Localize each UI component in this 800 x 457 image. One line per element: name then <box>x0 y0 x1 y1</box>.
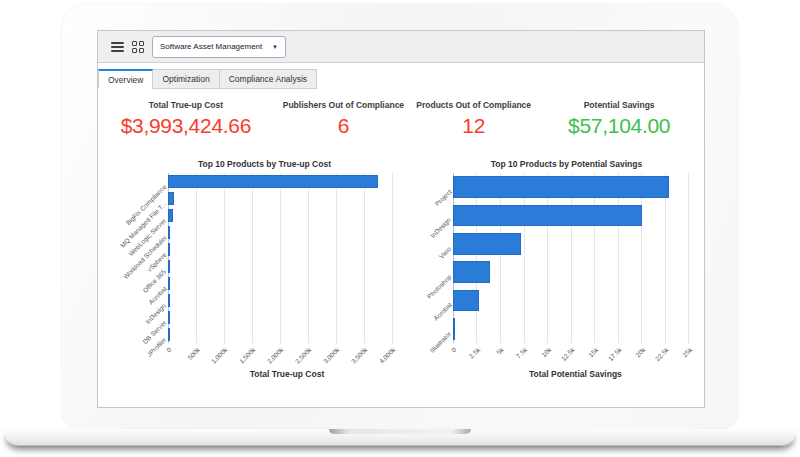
x-axis-title: Total True-up Cost <box>168 369 406 379</box>
x-tick-label: 5k <box>495 346 505 356</box>
x-tick-label: 7.5k <box>515 346 529 360</box>
kpi-label: Publishers Out of Compliance <box>274 100 413 110</box>
x-tick-label: 20k <box>634 346 646 358</box>
dashboard-select[interactable]: Software Asset Management ▼ <box>152 36 286 58</box>
kpi-label: Products Out of Compliance <box>413 100 534 110</box>
x-tick-label: 10k <box>540 346 552 358</box>
x-tick-label: 2,500k <box>294 346 313 365</box>
kpi-total-true-up-cost[interactable]: Total True-up Cost $3,993,424.66 <box>98 95 274 153</box>
hamburger-bar <box>111 42 124 44</box>
tab-optimization[interactable]: Optimization <box>153 69 219 89</box>
bar-illustrator[interactable] <box>453 318 455 340</box>
bar-vsphere[interactable] <box>168 243 170 256</box>
x-tick-label: 2.5k <box>468 346 482 360</box>
category-label: Visio <box>438 245 453 260</box>
bar-visio[interactable] <box>453 233 521 255</box>
bar-project[interactable] <box>453 176 669 198</box>
category-label: Project <box>433 188 452 207</box>
x-tick-label: 3,500k <box>350 346 369 365</box>
bar-mq-managed-file-t-[interactable] <box>168 192 174 205</box>
kpi-products-out-of-compliance[interactable]: Products Out of Compliance 12 <box>413 95 534 153</box>
category-label: Illustrator <box>429 330 453 354</box>
chart-row: Project <box>453 173 698 201</box>
laptop-screen: Software Asset Management ▼ Overview Opt… <box>62 4 738 429</box>
bar-photoshop[interactable] <box>453 261 490 283</box>
chart-row: Acrobat <box>453 286 698 314</box>
x-tick-label: 17.5k <box>607 346 623 362</box>
laptop-mockup: Software Asset Management ▼ Overview Opt… <box>0 0 800 457</box>
chart-true-up-cost: Top 10 Products by True-up Cost BigFix C… <box>100 157 429 407</box>
chart-row: Office 365 <box>168 258 406 275</box>
bar-indesign[interactable] <box>453 205 642 227</box>
x-tick-label: 25k <box>681 346 693 358</box>
tab-overview[interactable]: Overview <box>98 69 153 89</box>
kpi-value: $3,993,424.66 <box>98 114 274 138</box>
hamburger-bar <box>111 46 124 48</box>
chart-row: Acrobat <box>168 275 406 292</box>
x-axis-ticks: 0500k1,000k1,500k2,000k2,500k3,000k3,500… <box>168 343 406 368</box>
bar-jprofiler[interactable] <box>168 328 170 341</box>
bar-acrobat[interactable] <box>453 290 479 312</box>
tab-compliance-analysis[interactable]: Compliance Analysis <box>220 69 317 89</box>
hamburger-menu-icon[interactable] <box>111 42 124 52</box>
kpi-label: Total True-up Cost <box>98 100 274 110</box>
chart-row: InDesign <box>453 201 698 229</box>
app-header: Software Asset Management ▼ <box>98 31 704 63</box>
x-tick-label: 22.5k <box>654 346 670 362</box>
x-tick-label: 12.5k <box>559 346 575 362</box>
chart-potential-savings: Top 10 Products by Potential Savings Pro… <box>429 157 704 407</box>
category-label: Photoshop <box>425 273 452 300</box>
chart-title: Top 10 Products by Potential Savings <box>429 157 704 173</box>
x-tick-label: 500k <box>186 346 201 361</box>
kpi-value: 6 <box>274 114 413 138</box>
x-tick-label: 3,000k <box>322 346 341 365</box>
chevron-down-icon: ▼ <box>272 44 278 50</box>
dashboard-window: Software Asset Management ▼ Overview Opt… <box>97 30 705 408</box>
chart-row: Photoshop <box>453 258 698 286</box>
x-axis-title: Total Potential Savings <box>453 369 698 379</box>
x-tick-label: 4,000k <box>378 346 397 365</box>
x-tick-label: 15k <box>587 346 599 358</box>
category-label: Acrobat <box>432 301 453 322</box>
chart-row: Visio <box>453 230 698 258</box>
grid-cell <box>132 48 137 53</box>
bar-weblogic-server[interactable] <box>168 209 173 222</box>
grid-cell <box>139 41 144 46</box>
kpi-value: $57,104.00 <box>534 114 704 138</box>
plot-area: ProjectInDesignVisioPhotoshopAcrobatIllu… <box>453 173 698 343</box>
x-tick-label: 1,500k <box>238 346 257 365</box>
grid-cell <box>139 48 144 53</box>
chart-row: DB Server <box>168 309 406 326</box>
bar-db-server[interactable] <box>168 311 170 324</box>
bar-bigfix-compliance[interactable] <box>168 175 378 188</box>
kpi-label: Potential Savings <box>534 100 704 110</box>
x-tick-label: 1,000k <box>210 346 229 365</box>
kpi-value: 12 <box>413 114 534 138</box>
x-tick-label: 0 <box>450 346 458 354</box>
x-tick-label: 2,000k <box>266 346 285 365</box>
chart-row: vSphere <box>168 241 406 258</box>
dashboard-select-value: Software Asset Management <box>160 42 262 51</box>
chart-row: InDesign <box>168 292 406 309</box>
laptop-base <box>5 429 795 446</box>
x-axis-ticks: 02.5k5k7.5k10k12.5k15k17.5k20k22.5k25k <box>453 343 698 368</box>
chart-row: BigFix Compliance <box>168 173 406 190</box>
apps-grid-icon[interactable] <box>132 41 144 53</box>
kpi-potential-savings[interactable]: Potential Savings $57,104.00 <box>534 95 704 153</box>
kpi-publishers-out-of-compliance[interactable]: Publishers Out of Compliance 6 <box>274 95 413 153</box>
chart-row: WebLogic Server <box>168 207 406 224</box>
charts-row: Top 10 Products by True-up Cost BigFix C… <box>98 157 704 407</box>
bar-workload-scheduler[interactable] <box>168 226 170 239</box>
laptop-notch <box>329 429 471 434</box>
kpi-row: Total True-up Cost $3,993,424.66 Publish… <box>98 95 704 153</box>
tab-bar: Overview Optimization Compliance Analysi… <box>98 69 704 90</box>
chart-row: MQ Managed File T... <box>168 190 406 207</box>
x-tick-label: 0 <box>165 346 173 354</box>
chart-row: Workload Scheduler <box>168 224 406 241</box>
chart-row: Illustrator <box>453 315 698 343</box>
bar-indesign[interactable] <box>168 294 170 307</box>
chart-row: JProfiler <box>168 326 406 343</box>
bar-office-365[interactable] <box>168 260 170 273</box>
bar-acrobat[interactable] <box>168 277 170 290</box>
chart-title: Top 10 Products by True-up Cost <box>100 157 429 173</box>
